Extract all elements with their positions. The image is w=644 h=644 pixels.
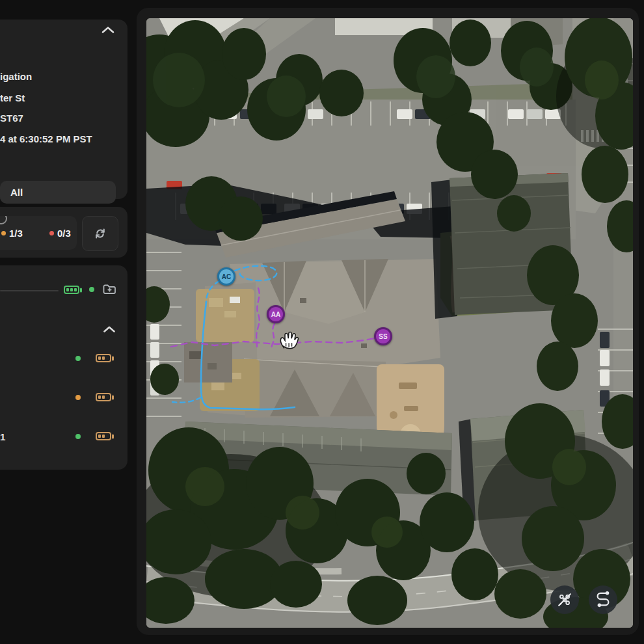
device-row[interactable]: 1: [0, 431, 127, 451]
folder-plus-icon[interactable]: [103, 284, 116, 295]
counter-alert: 0/3: [49, 228, 71, 239]
drone-visibility-button[interactable]: [550, 585, 579, 614]
battery-full-icon: [64, 286, 79, 294]
all-filter-label: All: [10, 187, 23, 198]
satellite-map[interactable]: [146, 18, 633, 628]
device-row[interactable]: [0, 353, 127, 373]
status-panel: 1/3 0/3: [0, 207, 127, 258]
divider: [0, 290, 59, 291]
map-panel: AC AA SS: [137, 8, 639, 635]
device-group-header[interactable]: [0, 285, 127, 304]
map-marker-ss[interactable]: SS: [374, 327, 392, 345]
device-row[interactable]: [0, 392, 127, 412]
drone-off-icon: [556, 591, 573, 608]
incident-address: ter St: [0, 92, 25, 103]
counter-warning: 1/3: [1, 228, 23, 239]
status-dot-icon: [89, 287, 94, 292]
route-icon: [595, 591, 611, 608]
refresh-button[interactable]: [82, 216, 118, 251]
map-marker-ac[interactable]: AC: [217, 267, 235, 286]
orange-dot-icon: [1, 231, 6, 235]
status-dot-icon: [75, 395, 81, 400]
incident-panel: igation ter St ST67 4 at 6:30:52 PM PST …: [0, 20, 127, 199]
marker-label: SS: [379, 333, 387, 340]
status-dot-icon: [75, 356, 81, 361]
chevron-up-icon[interactable]: [101, 25, 115, 34]
status-counters: 1/3 0/3: [0, 216, 77, 250]
battery-medium-icon: [96, 432, 111, 440]
device-panel: 1: [0, 265, 127, 470]
chevron-up-icon[interactable]: [103, 325, 116, 334]
battery-medium-icon: [96, 354, 111, 362]
counter-alert-value: 0/3: [57, 228, 71, 239]
refresh-icon: [94, 228, 106, 239]
marker-label: AA: [271, 311, 280, 318]
red-dot-icon: [49, 231, 54, 235]
status-dot-icon: [75, 434, 81, 439]
battery-medium-icon: [96, 393, 111, 401]
route-toggle-button[interactable]: [589, 585, 617, 614]
all-filter-button[interactable]: All: [0, 181, 116, 204]
marker-label: AC: [222, 273, 231, 280]
device-label: 1: [0, 431, 5, 442]
counter-warning-value: 1/3: [9, 228, 23, 239]
incident-case-id: ST67: [0, 113, 23, 124]
status-ring-icon: [0, 216, 7, 224]
incident-timestamp: 4 at 6:30:52 PM PST: [0, 133, 92, 144]
map-marker-aa[interactable]: AA: [267, 305, 285, 323]
incident-title: igation: [0, 71, 32, 82]
map-viewport[interactable]: AC AA SS: [146, 18, 633, 628]
